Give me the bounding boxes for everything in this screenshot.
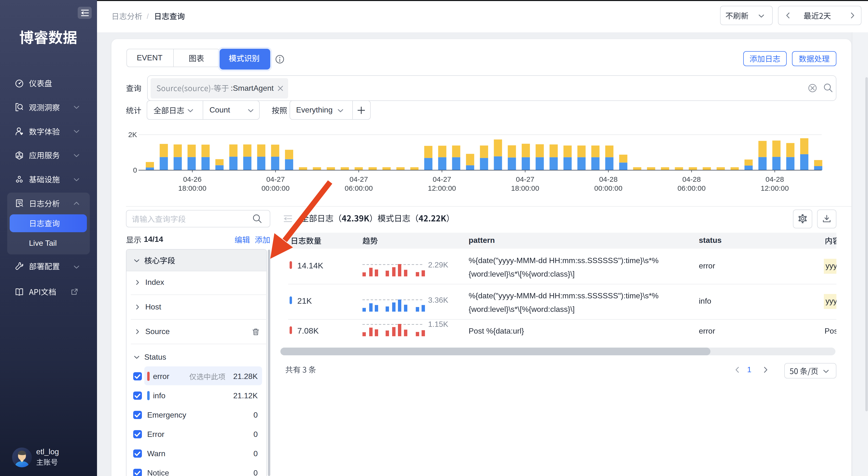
svg-text:2K: 2K bbox=[128, 130, 137, 139]
svg-text:0: 0 bbox=[133, 166, 137, 174]
svg-text:04-28: 04-28 bbox=[599, 175, 618, 183]
svg-text:06:00:00: 06:00:00 bbox=[677, 184, 706, 192]
svg-text:04-28: 04-28 bbox=[766, 175, 784, 183]
svg-text:12:00:00: 12:00:00 bbox=[761, 184, 789, 192]
svg-text:04-27: 04-27 bbox=[516, 175, 534, 183]
svg-text:00:00:00: 00:00:00 bbox=[594, 184, 623, 192]
svg-text:06:00:00: 06:00:00 bbox=[345, 184, 373, 192]
svg-text:04-28: 04-28 bbox=[682, 175, 701, 183]
svg-text:18:00:00: 18:00:00 bbox=[511, 184, 539, 192]
svg-text:18:00:00: 18:00:00 bbox=[178, 184, 207, 192]
svg-text:04-27: 04-27 bbox=[433, 175, 451, 183]
svg-text:04-26: 04-26 bbox=[183, 175, 202, 183]
svg-text:12:00:00: 12:00:00 bbox=[428, 184, 456, 192]
svg-text:04-27: 04-27 bbox=[349, 175, 368, 183]
